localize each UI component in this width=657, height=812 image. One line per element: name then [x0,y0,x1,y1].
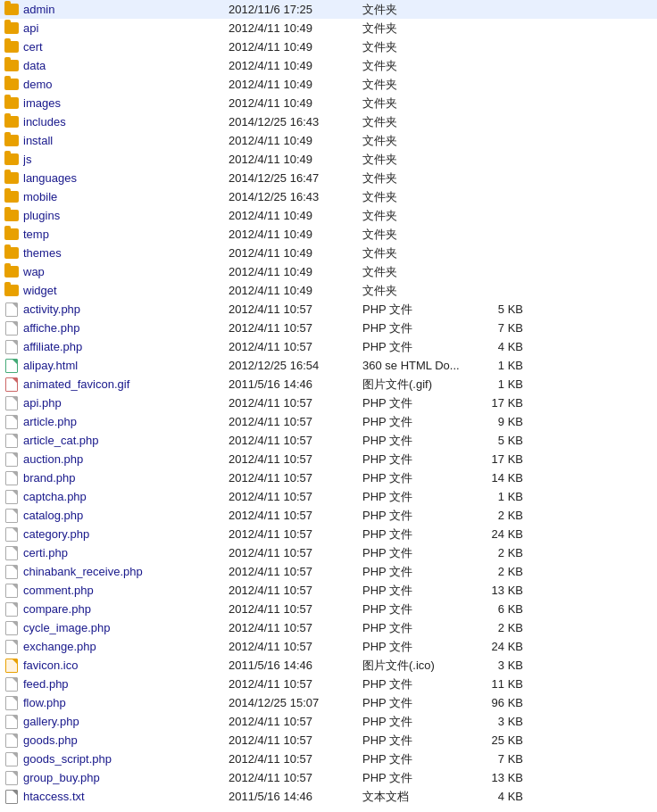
file-name: category.php [23,527,229,541]
file-date: 2014/12/25 16:43 [229,115,362,128]
table-row[interactable]: article.php2012/4/11 10:57PHP 文件9 KB [0,412,657,431]
php-file-icon [5,527,18,542]
file-name: js [23,153,229,166]
file-type: 文件夹 [362,264,470,280]
file-date: 2012/4/11 10:57 [229,584,362,597]
file-type: 文件夹 [362,208,470,224]
file-type: PHP 文件 [362,583,470,599]
php-file-icon [5,302,18,317]
file-size: 2 KB [470,621,523,634]
file-name: plugins [23,209,229,222]
table-row[interactable]: goods.php2012/4/11 10:57PHP 文件25 KB [0,731,657,750]
file-name: feed.php [23,677,229,691]
file-size: 1 KB [470,359,523,372]
table-row[interactable]: group_buy.php2012/4/11 10:57PHP 文件13 KB [0,768,657,787]
table-row[interactable]: api.php2012/4/11 10:57PHP 文件17 KB [0,394,657,412]
table-row[interactable]: themes2012/4/11 10:49文件夹 [0,244,657,262]
php-file-icon [5,677,18,692]
folder-icon [4,79,19,90]
file-size: 13 KB [470,584,523,597]
file-type: PHP 文件 [362,751,470,767]
file-date: 2012/4/11 10:49 [229,21,362,35]
table-row[interactable]: animated_favicon.gif2011/5/16 14:46图片文件(… [0,375,657,394]
file-type: 图片文件(.gif) [362,377,470,393]
file-type: 文件夹 [362,283,470,299]
file-name: flow.php [23,696,229,709]
folder-icon [4,97,19,109]
table-row[interactable]: captcha.php2012/4/11 10:57PHP 文件1 KB [0,487,657,506]
file-name: comment.php [23,584,229,597]
file-size: 2 KB [470,509,523,522]
table-row[interactable]: comment.php2012/4/11 10:57PHP 文件13 KB [0,581,657,600]
table-row[interactable]: temp2012/4/11 10:49文件夹 [0,225,657,244]
file-name: auction.php [23,452,229,466]
table-row[interactable]: data2012/4/11 10:49文件夹 [0,56,657,75]
table-row[interactable]: gallery.php2012/4/11 10:57PHP 文件3 KB [0,712,657,731]
table-row[interactable]: languages2014/12/25 16:47文件夹 [0,169,657,187]
php-file-icon [5,490,18,504]
table-row[interactable]: favicon.ico2011/5/16 14:46图片文件(.ico)3 KB [0,656,657,675]
file-type: 文件夹 [362,189,470,205]
table-row[interactable]: htaccess.txt2011/5/16 14:46文本文档4 KB [0,787,657,806]
file-type: PHP 文件 [362,414,470,430]
file-type: PHP 文件 [362,302,470,318]
file-name: admin [23,3,229,16]
table-row[interactable]: brand.php2012/4/11 10:57PHP 文件14 KB [0,468,657,487]
file-size: 4 KB [470,340,523,353]
table-row[interactable]: plugins2012/4/11 10:49文件夹 [0,206,657,225]
file-name: goods_script.php [23,752,229,766]
table-row[interactable]: certi.php2012/4/11 10:57PHP 文件2 KB [0,543,657,562]
file-name: alipay.html [23,359,229,372]
table-row[interactable]: js2012/4/11 10:49文件夹 [0,150,657,169]
file-date: 2012/4/11 10:57 [229,546,362,559]
table-row[interactable]: install2012/4/11 10:49文件夹 [0,131,657,150]
php-file-icon [5,546,18,560]
file-type: PHP 文件 [362,526,470,543]
table-row[interactable]: activity.php2012/4/11 10:57PHP 文件5 KB [0,300,657,319]
folder-icon [4,247,19,259]
file-type: PHP 文件 [362,508,470,524]
table-row[interactable]: catalog.php2012/4/11 10:57PHP 文件2 KB [0,506,657,525]
table-row[interactable]: includes2014/12/25 16:43文件夹 [0,112,657,131]
file-size: 5 KB [470,434,523,447]
file-type: PHP 文件 [362,695,470,711]
table-row[interactable]: article_cat.php2012/4/11 10:57PHP 文件5 KB [0,431,657,450]
file-date: 2012/4/11 10:57 [229,340,362,353]
table-row[interactable]: demo2012/4/11 10:49文件夹 [0,75,657,94]
table-row[interactable]: mobile2014/12/25 16:43文件夹 [0,187,657,206]
table-row[interactable]: goods_script.php2012/4/11 10:57PHP 文件7 K… [0,750,657,768]
table-row[interactable]: affiliate.php2012/4/11 10:57PHP 文件4 KB [0,337,657,356]
file-name: certi.php [23,546,229,559]
table-row[interactable]: chinabank_receive.php2012/4/11 10:57PHP … [0,562,657,581]
file-name: temp [23,228,229,241]
file-date: 2012/12/25 16:54 [229,359,362,372]
table-row[interactable]: alipay.html2012/12/25 16:54360 se HTML D… [0,356,657,375]
table-row[interactable]: exchange.php2012/4/11 10:57PHP 文件24 KB [0,637,657,656]
table-row[interactable]: category.php2012/4/11 10:57PHP 文件24 KB [0,525,657,543]
table-row[interactable]: compare.php2012/4/11 10:57PHP 文件6 KB [0,600,657,618]
table-row[interactable]: feed.php2012/4/11 10:57PHP 文件11 KB [0,675,657,693]
table-row[interactable]: wap2012/4/11 10:49文件夹 [0,262,657,281]
table-row[interactable]: images2012/4/11 10:49文件夹 [0,94,657,112]
table-row[interactable]: affiche.php2012/4/11 10:57PHP 文件7 KB [0,319,657,337]
file-date: 2012/4/11 10:57 [229,509,362,522]
file-name: cycle_image.php [23,621,229,634]
table-row[interactable]: cert2012/4/11 10:49文件夹 [0,37,657,56]
file-date: 2012/4/11 10:57 [229,771,362,784]
table-row[interactable]: widget2012/4/11 10:49文件夹 [0,281,657,300]
file-date: 2011/5/16 14:46 [229,790,362,803]
file-type: 文本文档 [362,789,470,805]
folder-icon [4,153,19,165]
table-row[interactable]: flow.php2014/12/25 15:07PHP 文件96 KB [0,693,657,712]
table-row[interactable]: auction.php2012/4/11 10:57PHP 文件17 KB [0,450,657,468]
file-date: 2012/4/11 10:57 [229,471,362,485]
table-row[interactable]: admin2012/11/6 17:25文件夹 [0,0,657,19]
file-date: 2012/4/11 10:57 [229,434,362,447]
table-row[interactable]: api2012/4/11 10:49文件夹 [0,19,657,37]
folder-icon [4,4,19,15]
file-name: chinabank_receive.php [23,565,229,578]
file-name: favicon.ico [23,659,229,672]
table-row[interactable]: cycle_image.php2012/4/11 10:57PHP 文件2 KB [0,618,657,637]
file-name: api [23,21,229,35]
file-name: brand.php [23,471,229,485]
